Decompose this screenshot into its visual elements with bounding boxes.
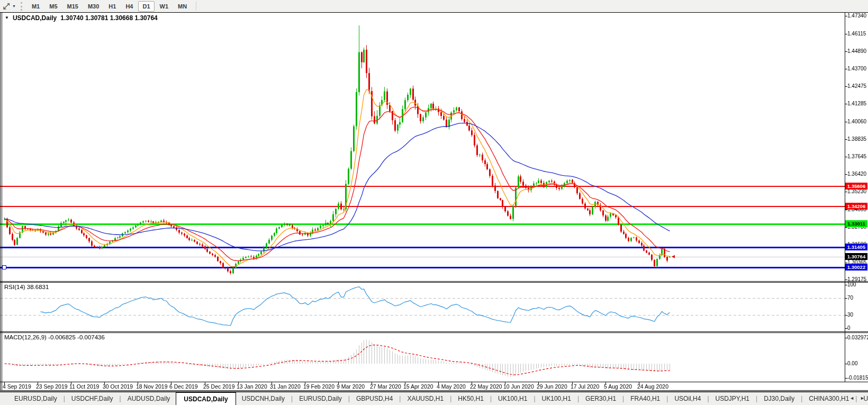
date-axis-label: 30 Oct 2019: [103, 383, 133, 390]
date-axis-label: 4 May 2020: [437, 383, 466, 390]
hline-price-badge: 1.30022: [845, 264, 867, 271]
macd-axis-tick-label: 0.00: [847, 361, 857, 367]
current-price-badge: 1.30764: [845, 253, 867, 260]
date-axis-label: 24 Aug 2020: [637, 383, 668, 390]
tab-scroll-right-icon[interactable]: ►: [860, 395, 865, 401]
date-axis-label: 19 Feb 2020: [303, 383, 334, 390]
chart-tab-usdchf-daily[interactable]: USDCHF,Daily: [66, 392, 119, 405]
chart-tab-dj30-daily[interactable]: DJ30,Daily: [758, 392, 800, 405]
timeframe-button-m15[interactable]: M15: [63, 1, 83, 12]
cursor-tool-glyph: [3, 2, 11, 10]
date-axis-label: 27 Mar 2020: [370, 383, 401, 390]
price-axis-tick-label: 1.44890: [847, 48, 866, 55]
date-axis-label: 4 Sep 2019: [3, 383, 31, 390]
date-axis-label: 29 Jun 2020: [537, 383, 567, 390]
chart-tab-xauusd-h1[interactable]: XAUUSD,H1: [401, 392, 449, 405]
timeframe-button-mn[interactable]: MN: [174, 1, 191, 12]
price-axis-tick-label: 1.37645: [847, 154, 866, 160]
toolbar: ▼ M1M5M15M30H1H4D1W1MN: [0, 0, 868, 12]
chart-symbol-label: USDCAD,Daily: [13, 14, 57, 22]
rsi-axis-tick-label: 70: [847, 295, 853, 301]
timeframe-button-d1[interactable]: D1: [138, 1, 154, 12]
chart-title: ▼ USDCAD,Daily 1.30740 1.30781 1.30668 1…: [5, 14, 158, 22]
date-axis-label: 18 Nov 2019: [136, 383, 168, 390]
timeframe-button-m5[interactable]: M5: [45, 1, 61, 12]
date-axis-label: 25 Dec 2019: [203, 383, 235, 390]
price-axis-tick-label: 1.40060: [847, 119, 866, 125]
chart-canvas[interactable]: [0, 0, 868, 405]
date-axis-label: 23 Sep 2019: [36, 383, 68, 390]
chart-tab-ger30-h1[interactable]: GER30,H1: [580, 392, 622, 405]
tool-dropdown-caret-icon[interactable]: ▼: [12, 4, 16, 8]
toolbar-grip: [21, 2, 22, 11]
date-axis-label: 13 Jan 2020: [237, 383, 267, 390]
macd-label: MACD(12,26,9) -0.006825 -0.007436: [4, 334, 105, 340]
date-axis-label: 17 Jul 2020: [571, 383, 599, 390]
date-axis-label: 9 Mar 2020: [337, 383, 365, 390]
cursor-tool-icon[interactable]: [2, 2, 11, 11]
chart-tab-audusd-daily[interactable]: AUDUSD,Daily: [122, 392, 176, 405]
price-axis-tick-label: 1.47340: [847, 13, 866, 19]
date-axis-label: 5 Aug 2020: [604, 383, 632, 390]
hline-price-badge: 1.31405: [845, 244, 867, 250]
chart-tab-usdcad-daily[interactable]: USDCAD,Daily: [176, 392, 236, 405]
timeframe-button-m30[interactable]: M30: [84, 1, 103, 12]
date-axis-label: 11 Oct 2019: [69, 383, 99, 390]
rsi-axis-tick-label: 30: [847, 312, 853, 318]
price-axis-tick-label: 1.41285: [847, 101, 866, 107]
timeframe-button-h4[interactable]: H4: [121, 1, 137, 12]
price-axis-tick-label: 1.36420: [847, 171, 866, 177]
chart-tab-uk100-h1[interactable]: UK100,H1: [536, 392, 577, 405]
price-axis-tick-label: 1.42475: [847, 83, 866, 89]
chart-tab-china300-h1[interactable]: CHINA300,H1: [803, 392, 855, 405]
rsi-axis-tick-label: 0: [847, 325, 851, 331]
date-axis-label: 10 Jun 2020: [503, 383, 534, 390]
chart-tab-eurusd-daily[interactable]: EURUSD,Daily: [293, 392, 348, 405]
price-axis-tick-label: 1.43700: [847, 66, 866, 72]
chart-tab-usdjpy-h1[interactable]: USDJPY,H1: [710, 392, 755, 405]
chart-tab-usoil-h4[interactable]: USOil,H4: [668, 392, 707, 405]
date-axis-label: 6 Dec 2019: [169, 383, 198, 390]
price-axis-tick-label: 1.46115: [847, 31, 866, 37]
macd-axis-tick-label: -0.018154: [847, 375, 868, 381]
tab-scroll-buttons: ◄ ►: [849, 392, 865, 404]
toolbar-separator: [196, 2, 196, 11]
chart-tab-hk50-h1[interactable]: HK50,H1: [452, 392, 490, 405]
date-axis-label: 31 Jan 2020: [270, 383, 301, 390]
timeframe-button-w1[interactable]: W1: [156, 1, 173, 12]
tab-scroll-left-icon[interactable]: ◄: [849, 395, 854, 401]
chart-tab-gbpusd-h4[interactable]: GBPUSD,H4: [350, 392, 399, 405]
price-axis-tick-label: 1.38835: [847, 136, 866, 142]
timeframe-button-m1[interactable]: M1: [28, 1, 44, 12]
chart-collapse-icon[interactable]: ▼: [5, 15, 9, 21]
macd-axis-tick-label: 0.032972: [847, 335, 868, 341]
chart-tab-fra40-h1[interactable]: FRA40,H1: [625, 392, 666, 405]
timeframe-buttons: M1M5M15M30H1H4D1W1MN: [27, 1, 192, 12]
timeframe-button-h1[interactable]: H1: [104, 1, 120, 12]
chart-tab-usdcnh-daily[interactable]: USDCNH,Daily: [236, 392, 291, 405]
rsi-axis-tick-label: 100: [847, 282, 856, 288]
chart-tab-eurusd-daily[interactable]: EURUSD,Daily: [8, 392, 63, 405]
hline-price-badge: 1.35606: [845, 183, 867, 190]
chart-tab-uk100-h1[interactable]: UK100,H1: [492, 392, 533, 405]
mt4-window: ▼ M1M5M15M30H1H4D1W1MN ▼ USDCAD,Daily 1.…: [0, 0, 868, 405]
chart-ohlc-values: 1.30740 1.30781 1.30668 1.30764: [60, 14, 158, 22]
hline-price-badge: 1.33011: [845, 220, 867, 227]
chart-tab-bar: EURUSD,Daily|USDCHF,Daily|AUDUSD,DailyUS…: [0, 391, 868, 405]
hline-price-badge: 1.34206: [845, 203, 867, 210]
date-axis-label: 15 Apr 2020: [403, 383, 433, 390]
rsi-label: RSI(14) 38.6831: [4, 284, 49, 290]
date-axis-label: 22 May 2020: [470, 383, 502, 390]
